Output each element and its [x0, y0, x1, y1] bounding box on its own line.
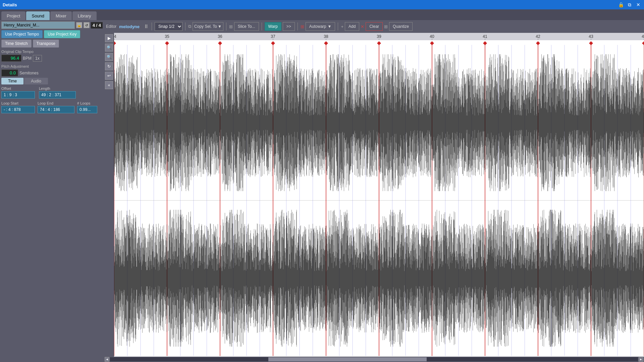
scroll-left-arrow[interactable]: ◄: [105, 357, 109, 362]
tempo-key-row: Use Project Tempo Use Project Key: [1, 30, 103, 38]
clear-label: Clear: [369, 24, 379, 29]
divider-4: [262, 22, 262, 31]
close-icon[interactable]: ✕: [635, 2, 641, 8]
scroll-right-arrow[interactable]: ►: [639, 357, 643, 362]
scroll-track[interactable]: [110, 357, 638, 361]
add-label: Add: [348, 24, 356, 29]
multiplier-button[interactable]: 1x: [33, 55, 42, 62]
offset-input[interactable]: [1, 91, 35, 99]
waveform-wrapper: ▶ 🔍 🔍 ↻ ↩ « ◄: [104, 33, 644, 362]
right-panel: Editor melodyne ⏸ Snap 1/2 ⧉ Copy Sel. T…: [104, 20, 644, 362]
use-project-tempo-button[interactable]: Use Project Tempo: [1, 30, 43, 38]
loop-start-group: Loop Start: [1, 101, 35, 113]
sub-tab-time[interactable]: Time: [1, 78, 23, 84]
offset-length-row: Offset Length: [1, 86, 103, 99]
use-project-key-button[interactable]: Use Project Key: [44, 30, 80, 38]
editor-label: Editor: [106, 24, 116, 29]
length-group: Length: [39, 86, 76, 99]
left-side-buttons: ▶ 🔍 🔍 ↻ ↩ «: [104, 33, 114, 357]
loop-start-label: Loop Start: [1, 101, 35, 105]
quantize-icon: ⊞: [384, 24, 388, 29]
waveform-canvas-container: [114, 33, 644, 357]
back-button[interactable]: ↩: [105, 72, 113, 80]
loop-row: Loop Start Loop End # Loops: [1, 101, 103, 113]
autowarp-icon: ⊞: [301, 24, 304, 29]
transpose-button[interactable]: Transpose: [33, 40, 59, 48]
tab-mixer[interactable]: Mixer: [50, 11, 72, 20]
slice-to-label: Slice To...: [238, 24, 255, 29]
bpm-unit-label: BPM: [23, 56, 32, 61]
arrows-button[interactable]: >>: [283, 22, 295, 31]
num-loops-group: # Loops: [77, 101, 97, 113]
scrollbar-area: ◄ ►: [104, 357, 644, 362]
loop-end-group: Loop End: [38, 101, 74, 113]
tab-project[interactable]: Project: [1, 11, 25, 20]
bpm-row: 96.4 BPM 1x: [1, 55, 103, 62]
stretch-transpose-row: Time Stretch Transpose: [1, 40, 103, 48]
autowarp-button[interactable]: Autowarp ▼: [306, 22, 335, 31]
title-bar: Details 🔒 ⧉ ✕: [0, 0, 644, 9]
time-signature: 4 / 4: [91, 22, 103, 28]
lock-icon[interactable]: 🔒: [618, 2, 624, 8]
add-icon: +: [341, 24, 343, 29]
tab-sound[interactable]: Sound: [26, 11, 50, 20]
loop-start-input[interactable]: [1, 106, 35, 113]
length-input[interactable]: [39, 91, 76, 99]
pitch-unit-label: Semitones: [19, 71, 39, 75]
divider-5: [298, 22, 298, 31]
file-name-box[interactable]: Henry_Mancini_M...: [1, 21, 75, 29]
time-stretch-button[interactable]: Time Stretch: [1, 40, 32, 48]
clear-button[interactable]: Clear: [366, 22, 383, 31]
zoom-in-button[interactable]: 🔍: [105, 44, 113, 52]
loop-end-input[interactable]: [38, 106, 74, 113]
offset-group: Offset: [1, 86, 35, 99]
length-label: Length: [39, 86, 76, 90]
pitch-value[interactable]: 0.0: [1, 69, 18, 76]
window-title: Details: [3, 2, 17, 7]
reload-icon[interactable]: ↺: [84, 22, 90, 28]
collapse-button[interactable]: «: [105, 81, 113, 89]
add-button[interactable]: Add: [345, 22, 359, 31]
sub-tab-audio[interactable]: Audio: [24, 78, 48, 84]
divider-1: [152, 22, 152, 31]
autowarp-label: Autowarp: [309, 24, 326, 29]
sub-tabs: Time Audio: [1, 78, 103, 84]
pause-icon: ⏸: [144, 23, 149, 29]
num-loops-input[interactable]: [77, 106, 97, 113]
tab-library[interactable]: Library: [72, 11, 97, 20]
bpm-value[interactable]: 96.4: [1, 55, 21, 62]
quantize-button[interactable]: Quantize: [389, 22, 413, 31]
restore-icon[interactable]: ⧉: [627, 2, 633, 8]
play-button[interactable]: ▶: [105, 34, 113, 42]
left-panel: Henry_Mancini_M... 🔒 ↺ 4 / 4 Use Project…: [0, 20, 104, 362]
divider-3: [226, 22, 226, 31]
divider-6: [338, 22, 338, 31]
warp-button[interactable]: Warp: [265, 22, 281, 31]
toolbar: Editor melodyne ⏸ Snap 1/2 ⧉ Copy Sel. T…: [104, 20, 644, 33]
lock-file-icon[interactable]: 🔒: [76, 22, 82, 28]
zoom-out-button[interactable]: 🔍: [105, 53, 113, 61]
main-container: Project Sound Mixer Library Henry_Mancin…: [0, 9, 644, 362]
slice-to-button[interactable]: Slice To...: [234, 22, 259, 31]
copy-sel-dropdown-icon: ▼: [218, 24, 222, 29]
loop-button[interactable]: ↻: [105, 62, 113, 70]
copy-icon: ⧉: [188, 24, 191, 29]
offset-label: Offset: [1, 86, 35, 90]
copy-sel-button[interactable]: Copy Sel. To ▼: [193, 22, 223, 31]
waveform-canvas[interactable]: [114, 33, 644, 357]
tab-bar: Project Sound Mixer Library: [0, 9, 644, 20]
warp-label: Warp: [268, 24, 278, 29]
slice-icon: ⊞: [229, 24, 233, 29]
copy-sel-label: Copy Sel. To: [194, 24, 217, 29]
title-bar-controls: 🔒 ⧉ ✕: [618, 2, 641, 8]
num-loops-label: # Loops: [77, 101, 97, 105]
file-row: Henry_Mancini_M... 🔒 ↺ 4 / 4: [1, 21, 103, 29]
scroll-thumb[interactable]: [268, 357, 427, 361]
pitch-adjustment-label: Pitch Adjustment: [1, 64, 103, 68]
loop-end-label: Loop End: [38, 101, 74, 105]
snap-select[interactable]: Snap 1/2: [155, 22, 182, 31]
plugin-name: melodyne: [119, 24, 140, 29]
clear-icon-toolbar: ✕: [361, 24, 364, 29]
waveform-row: ▶ 🔍 🔍 ↻ ↩ «: [104, 33, 644, 357]
quantize-label: Quantize: [393, 24, 409, 29]
